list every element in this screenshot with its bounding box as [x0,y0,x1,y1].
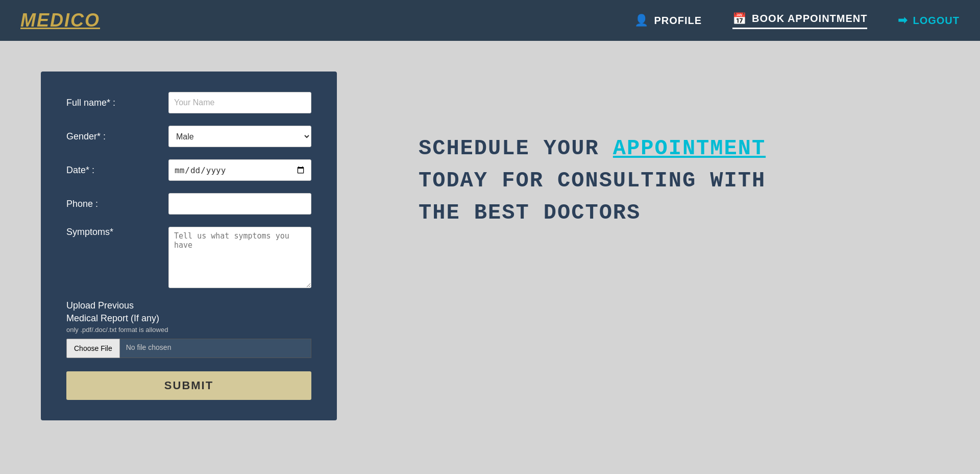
full-name-row: Full name* : [66,92,311,113]
phone-row: Phone : 9108965444 [66,193,311,215]
full-name-label: Full name* : [66,98,168,108]
logout-nav-item[interactable]: ➡ LOGOUT [898,14,960,27]
book-appointment-label: BOOK APPOINTMENT [752,13,867,25]
file-name-display: No file chosen [120,339,311,358]
nav-links: 👤 PROFILE 📅 BOOK APPOINTMENT ➡ LOGOUT [634,12,960,29]
calendar-icon: 📅 [732,12,747,26]
full-name-input[interactable] [168,92,311,113]
symptoms-label: Symptoms* [66,227,168,238]
logout-label: LOGOUT [913,15,960,27]
gender-label: Gender* : [66,131,168,142]
profile-label: PROFILE [654,15,702,27]
date-label: Date* : [66,165,168,176]
date-row: Date* : [66,159,311,181]
upload-hint: only .pdf/.doc/.txt format is allowed [66,326,311,334]
submit-button[interactable]: SUBMIT [66,371,311,400]
main-content: Full name* : Gender* : Male Female Other… [0,41,980,451]
navbar: MEDICO 👤 PROFILE 📅 BOOK APPOINTMENT ➡ LO… [0,0,980,41]
date-input[interactable] [168,159,311,181]
gender-row: Gender* : Male Female Other [66,126,311,147]
upload-section: Upload Previous Medical Report (If any) … [66,300,311,358]
logout-icon: ➡ [898,14,908,27]
headline: SCHEDULE YOUR APPOINTMENT TODAY FOR CONS… [419,133,939,229]
upload-label2: Medical Report (If any) [66,313,311,324]
headline-line1: SCHEDULE YOUR [419,136,613,161]
headline-highlight: APPOINTMENT [613,136,766,161]
profile-nav-item[interactable]: 👤 PROFILE [634,14,702,27]
headline-line2: TODAY FOR CONSULTING WITH [419,169,766,193]
gender-select[interactable]: Male Female Other [168,126,311,147]
file-input-row: Choose File No file chosen [66,339,311,358]
book-appointment-nav-item[interactable]: 📅 BOOK APPOINTMENT [732,12,867,29]
symptoms-textarea[interactable] [168,227,311,288]
phone-label: Phone : [66,199,168,209]
phone-input[interactable]: 9108965444 [168,193,311,215]
right-content: SCHEDULE YOUR APPOINTMENT TODAY FOR CONS… [378,72,939,229]
choose-file-button[interactable]: Choose File [66,339,120,358]
profile-icon: 👤 [634,14,649,27]
logo[interactable]: MEDICO [20,10,634,31]
upload-label: Upload Previous [66,300,311,311]
appointment-form-card: Full name* : Gender* : Male Female Other… [41,72,337,420]
symptoms-row: Symptoms* [66,227,311,288]
file-input-wrapper: Choose File No file chosen [66,339,311,358]
headline-line3: THE BEST DOCTORS [419,201,641,225]
